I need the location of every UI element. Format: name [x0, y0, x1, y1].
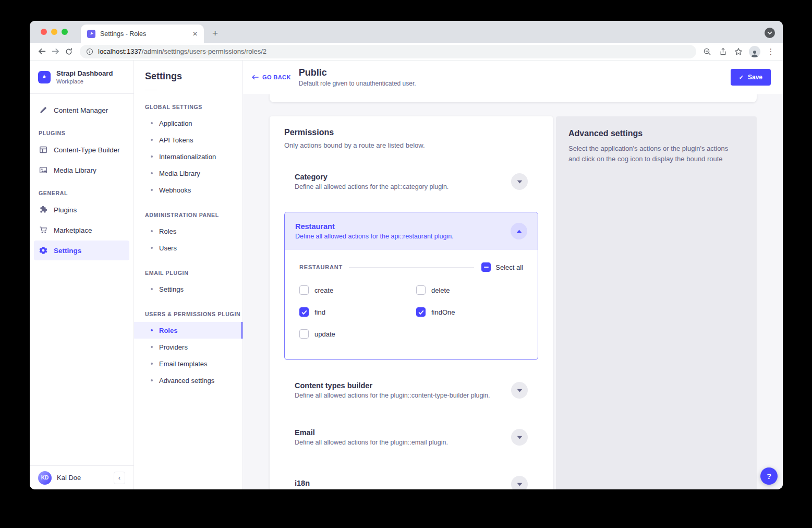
advanced-settings-title: Advanced settings — [568, 129, 744, 138]
role-details-card-bottom — [270, 94, 757, 102]
bullet-icon — [151, 363, 153, 365]
minimize-window-button[interactable] — [51, 29, 57, 35]
expand-content-types-builder-button[interactable] — [511, 382, 528, 399]
zoom-out-icon[interactable] — [700, 45, 714, 58]
puzzle-icon — [39, 205, 48, 214]
chevron-up-icon — [516, 230, 522, 233]
sidebar-item-settings[interactable]: Settings — [34, 241, 129, 260]
user-avatar[interactable]: KD — [38, 471, 52, 485]
tab-search-chevron-button[interactable] — [765, 28, 775, 38]
section-administration-panel: ADMINISTRATION PANEL — [145, 212, 243, 218]
subnav-item-internationalization[interactable]: Internationalization — [134, 148, 243, 165]
url-text: localhost:1337/admin/settings/users-perm… — [98, 47, 266, 55]
new-tab-button[interactable]: + — [212, 28, 218, 39]
browser-tab[interactable]: ➤ Settings - Roles ✕ — [81, 25, 204, 43]
action-find[interactable]: find — [299, 307, 416, 317]
collapse-sidebar-button[interactable]: ‹ — [114, 472, 125, 484]
select-all-checkbox[interactable] — [481, 262, 491, 272]
sidebar-item-label: Marketplace — [54, 226, 92, 234]
sidebar-item-marketplace[interactable]: Marketplace — [34, 220, 129, 240]
zoom-window-button[interactable] — [62, 29, 68, 35]
action-findone[interactable]: findOne — [416, 307, 533, 317]
subnav-item-up-roles[interactable]: Roles — [134, 322, 243, 339]
sidebar-section-general: GENERAL — [39, 190, 129, 196]
restaurant-group-row: RESTAURANT Select all — [299, 262, 523, 272]
page-subtitle: Default role given to unauthenticated us… — [299, 80, 416, 87]
workspace-switcher[interactable]: ➤ Strapi Dashboard Workplace — [30, 61, 134, 85]
close-tab-icon[interactable]: ✕ — [192, 30, 198, 38]
accordion-i18n[interactable]: i18n — [284, 467, 538, 489]
subnav-item-advanced-settings[interactable]: Advanced settings — [134, 372, 243, 389]
delete-checkbox[interactable] — [416, 285, 426, 295]
permissions-panel: Permissions Only actions bound by a rout… — [270, 116, 553, 489]
actions-grid: create delete find — [299, 285, 523, 339]
update-checkbox[interactable] — [299, 329, 309, 339]
accordion-category[interactable]: Category Define all allowed actions for … — [284, 165, 538, 198]
save-button[interactable]: ✓ Save — [731, 69, 771, 86]
sidebar-item-content-manager[interactable]: Content Manager — [34, 100, 129, 120]
accordion-description: Define all allowed actions for the plugi… — [295, 439, 503, 446]
collapse-restaurant-button[interactable] — [511, 223, 527, 239]
find-checkbox[interactable] — [299, 307, 309, 317]
bullet-icon — [151, 172, 153, 174]
subnav-item-webhooks[interactable]: Webhooks — [134, 182, 243, 198]
site-info-icon[interactable] — [86, 48, 93, 55]
pen-icon — [39, 105, 48, 115]
section-global-settings: GLOBAL SETTINGS — [145, 104, 243, 110]
sidebar-item-plugins[interactable]: Plugins — [34, 200, 129, 220]
reload-icon[interactable] — [62, 45, 76, 58]
sidebar-item-content-type-builder[interactable]: Content-Type Builder — [34, 140, 129, 160]
expand-i18n-button[interactable] — [511, 476, 528, 489]
accordion-name: Content types builder — [295, 381, 503, 390]
page-title: Public — [299, 67, 416, 78]
bullet-icon — [151, 288, 153, 290]
subnav-item-api-tokens[interactable]: API Tokens — [134, 131, 243, 148]
subnav-item-admin-roles[interactable]: Roles — [134, 223, 243, 239]
bullet-icon — [151, 346, 153, 348]
subnav-item-application[interactable]: Application — [134, 115, 243, 131]
accordion-description: Define all allowed actions for the plugi… — [295, 392, 503, 399]
check-icon: ✓ — [739, 74, 744, 81]
bullet-icon — [151, 122, 153, 124]
action-update[interactable]: update — [299, 329, 416, 339]
findone-checkbox[interactable] — [416, 307, 426, 317]
strapi-favicon-icon: ➤ — [87, 30, 95, 38]
accordion-name: Email — [295, 428, 503, 437]
expand-email-button[interactable] — [511, 429, 528, 446]
settings-subnav: Settings GLOBAL SETTINGS Application API… — [134, 61, 243, 489]
action-delete[interactable]: delete — [416, 285, 533, 295]
subnav-item-email-templates[interactable]: Email templates — [134, 355, 243, 372]
subnav-item-providers[interactable]: Providers — [134, 339, 243, 355]
advanced-settings-body: Select the application's actions or the … — [568, 143, 741, 164]
forward-icon[interactable] — [49, 45, 62, 58]
scroll-content[interactable]: Permissions Only actions bound by a rout… — [243, 94, 783, 489]
action-create[interactable]: create — [299, 285, 416, 295]
accordion-email[interactable]: Email Define all allowed actions for the… — [284, 421, 538, 454]
subnav-item-media-library[interactable]: Media Library — [134, 165, 243, 182]
sidebar-item-label: Content Manager — [54, 106, 108, 114]
subnav-item-email-settings[interactable]: Settings — [134, 281, 243, 297]
permissions-subtitle: Only actions bound by a route are listed… — [284, 141, 538, 149]
bookmark-star-icon[interactable] — [732, 45, 745, 58]
bullet-icon — [151, 329, 153, 331]
advanced-settings-panel: Advanced settings Select the application… — [556, 116, 757, 489]
sidebar-item-media-library[interactable]: Media Library — [34, 160, 129, 180]
back-icon[interactable] — [35, 45, 49, 58]
share-icon[interactable] — [716, 45, 730, 58]
help-button[interactable]: ? — [760, 467, 778, 485]
select-all-control[interactable]: Select all — [481, 262, 523, 272]
subnav-item-admin-users[interactable]: Users — [134, 239, 243, 256]
accordion-content-types-builder[interactable]: Content types builder Define all allowed… — [284, 374, 538, 407]
strapi-logo-icon: ➤ — [38, 71, 51, 83]
url-bar[interactable]: localhost:1337/admin/settings/users-perm… — [80, 45, 696, 58]
expand-category-button[interactable] — [511, 173, 528, 190]
browser-profile-avatar[interactable] — [749, 46, 760, 57]
accordion-restaurant-header[interactable]: Restaurant Define all allowed actions fo… — [285, 212, 538, 250]
role-header: GO BACK Public Default role given to una… — [243, 61, 783, 94]
cart-icon — [39, 225, 48, 235]
sidebar-item-label: Content-Type Builder — [54, 146, 120, 154]
browser-menu-icon[interactable]: ⋮ — [764, 45, 778, 58]
create-checkbox[interactable] — [299, 285, 309, 295]
close-window-button[interactable] — [41, 29, 47, 35]
go-back-link[interactable]: GO BACK — [252, 74, 291, 80]
